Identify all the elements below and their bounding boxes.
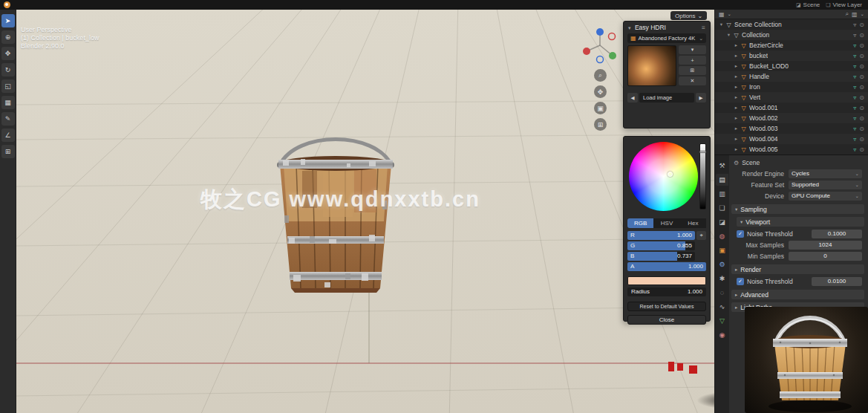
- disclosure-icon[interactable]: ▸: [733, 136, 740, 142]
- view-layer-selector[interactable]: ❏ View Layer: [826, 1, 862, 8]
- eye-visibility-icon[interactable]: ⊙: [859, 42, 864, 49]
- Wood.003[interactable]: ▸ ▽ Wood.003 ▿ ⊙: [715, 123, 868, 134]
- alpha-slider[interactable]: A 1.000: [627, 262, 706, 271]
- data-badge-icon[interactable]: ▿: [853, 74, 856, 80]
- perspective-toggle-button[interactable]: ⊞: [594, 118, 607, 131]
- object-name[interactable]: Scene Collection: [734, 21, 782, 28]
- chevron-down-icon[interactable]: ⌄: [861, 11, 864, 17]
- particles-tab[interactable]: ✱: [716, 273, 728, 284]
- annotate-tool[interactable]: ✎: [1, 112, 15, 126]
- world-tab[interactable]: ◍: [716, 230, 728, 242]
- radius-slider[interactable]: Radius 1.000: [627, 287, 706, 296]
- object-name[interactable]: Vert: [749, 94, 760, 101]
- data-badge-icon[interactable]: ▿: [853, 126, 856, 132]
- display-mode-icon[interactable]: ▦: [719, 11, 725, 18]
- filter-icon[interactable]: ▥: [852, 11, 858, 18]
- panel-collapse-icon[interactable]: ▾: [628, 25, 631, 30]
- disclosure-icon[interactable]: ▸: [733, 74, 740, 79]
- add-cube-tool[interactable]: ⊞: [1, 145, 15, 158]
- object-name[interactable]: Wood.004: [749, 135, 778, 143]
- render-section-header[interactable]: ▸ Render: [731, 264, 864, 274]
- eyedropper-button[interactable]: ⌖: [696, 231, 706, 240]
- value-slider-handle[interactable]: [699, 151, 706, 153]
- noise-threshold-checkbox[interactable]: ✓: [737, 230, 744, 238]
- disclosure-icon[interactable]: ▾: [725, 32, 732, 38]
- menu-item[interactable]: [42, 0, 49, 10]
- eye-visibility-icon[interactable]: ⊙: [859, 115, 864, 122]
- data-tab[interactable]: ▽: [716, 315, 728, 327]
- object-name[interactable]: BezierCircle: [749, 42, 783, 49]
- view-layer-tab[interactable]: ❏: [716, 202, 728, 214]
- browse-button[interactable]: ▾: [679, 45, 706, 54]
- min-samples-field[interactable]: 0: [789, 252, 862, 261]
- color-wheel-marker[interactable]: [668, 172, 673, 177]
- noise-threshold-checkbox[interactable]: ✓: [737, 278, 744, 285]
- eye-visibility-icon[interactable]: ⊙: [859, 84, 864, 91]
- max-samples-field[interactable]: 1024: [789, 241, 862, 250]
- bucket[interactable]: ▸ ▽ bucket ▿ ⊙: [715, 51, 868, 61]
- Collection[interactable]: ▾ ▽ Collection ▿ ⊙: [715, 30, 868, 40]
- color-mode-tab[interactable]: HSV: [653, 218, 679, 228]
- Wood.001[interactable]: ▸ ▽ Wood.001 ▿ ⊙: [715, 103, 868, 113]
- color-channel-slider[interactable]: R 1.000: [627, 231, 695, 240]
- cursor-tool[interactable]: ⊕: [1, 30, 15, 44]
- eye-visibility-icon[interactable]: ⊙: [859, 74, 864, 80]
- disclosure-icon[interactable]: ▸: [733, 146, 740, 152]
- output-tab[interactable]: ▥: [716, 188, 728, 200]
- object-name[interactable]: Wood.005: [749, 146, 778, 153]
- reset-defaults-button[interactable]: Reset to Default Values: [627, 302, 706, 311]
- select-tool[interactable]: ➤: [1, 14, 15, 27]
- menu-item[interactable]: [24, 0, 31, 10]
- current-color-swatch[interactable]: [627, 276, 706, 285]
- viewport-subsection-header[interactable]: ▾ Viewport: [737, 217, 864, 227]
- panel-menu-icon[interactable]: ≡: [702, 24, 705, 31]
- disclosure-icon[interactable]: ▸: [733, 126, 740, 131]
- color-wheel[interactable]: [629, 142, 698, 211]
- data-badge-icon[interactable]: ▿: [853, 136, 856, 143]
- data-badge-icon[interactable]: ▿: [853, 22, 856, 28]
- next-image-button[interactable]: ▶: [696, 93, 706, 103]
- search-icon[interactable]: ⌕: [846, 10, 849, 18]
- blender-logo-icon[interactable]: [4, 1, 10, 8]
- BezierCircle[interactable]: ▸ ▽ BezierCircle ▿ ⊙: [715, 40, 868, 51]
- disclosure-icon[interactable]: ▸: [733, 94, 740, 100]
- chevron-down-icon[interactable]: ⌄: [728, 11, 731, 17]
- hdri-preset-dropdown[interactable]: ▦ Abandoned Factory 4K ⌄: [627, 33, 706, 43]
- new-button[interactable]: +: [679, 56, 706, 65]
- advanced-section-header[interactable]: ▸ Advanced: [731, 290, 864, 299]
- zoom-button[interactable]: ⌕: [594, 69, 607, 82]
- render-tab[interactable]: ▤: [716, 174, 728, 186]
- object-name[interactable]: Bucket_LOD0: [749, 62, 789, 70]
- hdri-preview-thumbnail[interactable]: [627, 45, 676, 86]
- disclosure-icon[interactable]: ▸: [733, 115, 740, 121]
- menu-item[interactable]: [50, 0, 58, 10]
- physics-tab[interactable]: ◌: [716, 287, 728, 299]
- modifiers-tab[interactable]: ⚙: [716, 258, 728, 270]
- eye-visibility-icon[interactable]: ⊙: [859, 63, 864, 70]
- eye-visibility-icon[interactable]: ⊙: [859, 94, 864, 101]
- load-image-field[interactable]: Load image: [639, 93, 694, 103]
- data-badge-icon[interactable]: ▿: [853, 115, 856, 122]
- noise-threshold-field[interactable]: 0.0100: [812, 277, 862, 286]
- duplicate-button[interactable]: ⊞: [679, 66, 706, 75]
- color-channel-slider[interactable]: G 0.855: [627, 241, 695, 250]
- value-slider[interactable]: [699, 143, 706, 209]
- data-badge-icon[interactable]: ▿: [853, 63, 856, 70]
- navigation-gizmo[interactable]: [579, 25, 621, 66]
- disclosure-icon[interactable]: ▸: [733, 105, 740, 111]
- eye-visibility-icon[interactable]: ⊙: [859, 126, 864, 132]
- data-badge-icon[interactable]: ▿: [853, 53, 856, 59]
- object-name[interactable]: Iron: [749, 83, 760, 91]
- scale-tool[interactable]: ◱: [1, 79, 15, 93]
- transform-tool[interactable]: ▦: [1, 96, 15, 109]
- close-button[interactable]: Close: [627, 315, 706, 325]
- menu-item[interactable]: [33, 0, 40, 10]
- color-mode-tab[interactable]: RGB: [627, 218, 653, 228]
- rotate-tool[interactable]: ↻: [1, 63, 15, 77]
- disclosure-icon[interactable]: ▸: [733, 84, 740, 90]
- object-name[interactable]: bucket: [749, 52, 768, 59]
- object-name[interactable]: Handle: [749, 73, 769, 80]
- data-badge-icon[interactable]: ▿: [853, 84, 856, 91]
- Scene Collection[interactable]: ▾ ▽ Scene Collection ▿ ⊙: [715, 19, 868, 30]
- device-dropdown[interactable]: GPU Compute⌄: [789, 192, 862, 201]
